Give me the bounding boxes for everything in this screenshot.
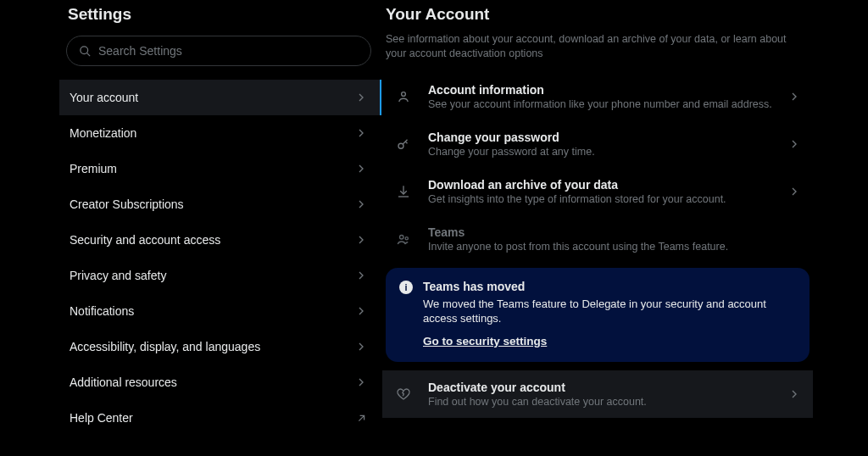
notice-body: We moved the Teams feature to Delegate i…: [423, 297, 796, 326]
chevron-right-icon: [354, 233, 368, 247]
svg-point-3: [402, 92, 406, 96]
chevron-right-icon: [354, 269, 368, 282]
option-teams[interactable]: Teams Invite anyone to post from this ac…: [382, 215, 813, 263]
sidebar-item-creator-subscriptions[interactable]: Creator Subscriptions: [59, 186, 381, 222]
sidebar-item-accessibility[interactable]: Accessibility, display, and languages: [59, 329, 381, 364]
teams-moved-notice: i Teams has moved We moved the Teams fea…: [386, 268, 810, 362]
sidebar-item-label: Additional resources: [70, 375, 177, 389]
heartbreak-icon: [394, 386, 413, 402]
option-title: Download an archive of your data: [428, 178, 772, 192]
chevron-right-icon: [354, 162, 368, 175]
svg-point-0: [81, 46, 88, 53]
option-text: Account information See your account inf…: [428, 83, 772, 110]
svg-point-4: [398, 143, 403, 148]
people-icon: [394, 231, 413, 247]
external-link-icon: [355, 412, 368, 425]
sidebar-item-label: Help Center: [70, 411, 133, 425]
option-title: Account information: [428, 83, 772, 97]
search-icon: [79, 45, 92, 58]
page-title: Your Account: [382, 3, 813, 32]
chevron-right-icon: [354, 304, 368, 318]
option-title: Change your password: [428, 131, 772, 144]
sidebar-item-label: Security and account access: [70, 233, 220, 247]
option-subtitle: Find out how you can deactivate your acc…: [428, 396, 772, 408]
notice-title: Teams has moved: [423, 280, 796, 293]
option-text: Teams Invite anyone to post from this ac…: [428, 225, 801, 253]
sidebar-item-label: Your account: [70, 91, 138, 104]
sidebar-item-label: Privacy and safety: [70, 269, 166, 282]
sidebar-item-label: Accessibility, display, and languages: [70, 340, 260, 353]
chevron-right-icon: [354, 126, 368, 140]
settings-sidebar: Settings Search Settings Your account Mo…: [0, 0, 381, 456]
option-account-information[interactable]: Account information See your account inf…: [382, 73, 813, 120]
main-panel: Your Account See information about your …: [381, 0, 868, 456]
chevron-right-icon: [354, 91, 368, 104]
search-container: Search Settings: [59, 31, 381, 75]
option-change-password[interactable]: Change your password Change your passwor…: [382, 120, 813, 168]
chevron-right-icon: [787, 387, 801, 401]
sidebar-item-help-center[interactable]: Help Center: [59, 400, 381, 436]
search-placeholder: Search Settings: [98, 44, 182, 58]
option-text: Change your password Change your passwor…: [428, 131, 772, 158]
svg-line-1: [86, 53, 90, 56]
notice-link[interactable]: Go to security settings: [423, 335, 547, 348]
sidebar-item-privacy[interactable]: Privacy and safety: [59, 258, 381, 293]
svg-point-5: [400, 235, 404, 239]
sidebar-item-label: Premium: [70, 162, 117, 175]
sidebar-item-notifications[interactable]: Notifications: [59, 293, 381, 329]
chevron-right-icon: [787, 137, 801, 151]
option-subtitle: Change your password at any time.: [428, 146, 772, 158]
sidebar-item-your-account[interactable]: Your account: [59, 80, 381, 115]
sidebar-menu: Your account Monetization Premium Creato…: [59, 80, 381, 436]
option-download-archive[interactable]: Download an archive of your data Get ins…: [382, 168, 813, 215]
sidebar-item-security[interactable]: Security and account access: [59, 222, 381, 258]
search-input[interactable]: Search Settings: [66, 36, 371, 66]
sidebar-item-premium[interactable]: Premium: [59, 151, 381, 186]
person-icon: [394, 89, 413, 104]
sidebar-item-label: Monetization: [70, 126, 136, 140]
download-icon: [394, 184, 413, 199]
page-description: See information about your account, down…: [382, 32, 813, 73]
option-subtitle: Get insights into the type of informatio…: [428, 193, 772, 205]
sidebar-title: Settings: [59, 3, 381, 31]
sidebar-item-label: Creator Subscriptions: [70, 197, 184, 211]
chevron-right-icon: [787, 185, 801, 198]
option-title: Deactivate your account: [428, 381, 772, 394]
svg-line-2: [359, 415, 364, 420]
info-icon: i: [399, 281, 413, 294]
sidebar-item-additional-resources[interactable]: Additional resources: [59, 364, 381, 400]
option-deactivate-account[interactable]: Deactivate your account Find out how you…: [382, 370, 813, 418]
option-subtitle: See your account information like your p…: [428, 98, 772, 110]
chevron-right-icon: [354, 340, 368, 353]
chevron-right-icon: [787, 90, 801, 103]
option-text: Deactivate your account Find out how you…: [428, 381, 772, 408]
key-icon: [394, 136, 413, 152]
notice-content: Teams has moved We moved the Teams featu…: [423, 280, 796, 348]
option-title: Teams: [428, 225, 801, 239]
sidebar-item-monetization[interactable]: Monetization: [59, 115, 381, 151]
svg-point-6: [405, 236, 408, 239]
option-subtitle: Invite anyone to post from this account …: [428, 241, 801, 253]
chevron-right-icon: [354, 197, 368, 211]
option-text: Download an archive of your data Get ins…: [428, 178, 772, 205]
chevron-right-icon: [354, 375, 368, 389]
sidebar-item-label: Notifications: [70, 304, 134, 318]
